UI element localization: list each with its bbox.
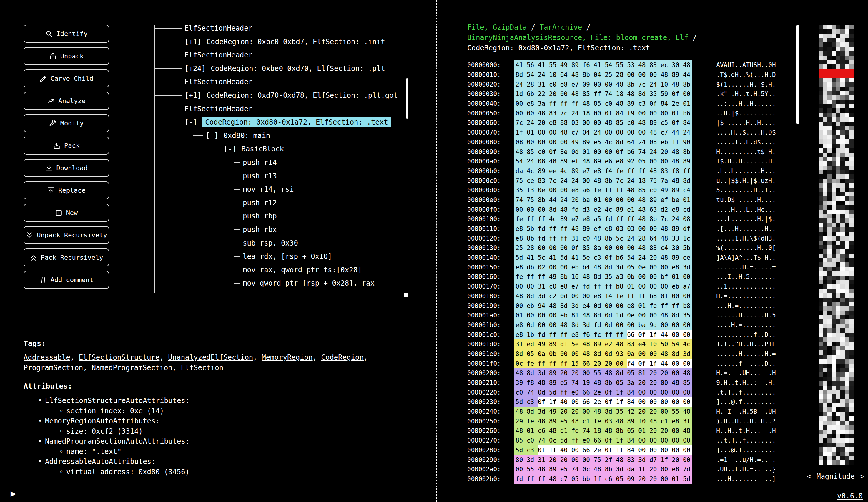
tag-link[interactable]: ElfSectionStructure bbox=[79, 353, 160, 362]
tree-node-label[interactable]: lea rdx, [rsp + 0x10] bbox=[243, 252, 332, 261]
hex-row[interactable]: 00000240:48 8d 3d 49 20 20 00 48 8d 35 4… bbox=[467, 407, 776, 416]
hex-row[interactable]: 00000130:25 28 00 00 00 0f 85 8a 00 00 0… bbox=[467, 243, 776, 253]
hex-byte-run[interactable]: f4 0f 1f 44 00 00 bbox=[627, 359, 692, 368]
hex-row[interactable]: 00000180:48 8d 3d c2 0d 00 00 e8 14 fe f… bbox=[467, 291, 776, 301]
hex-row[interactable]: 00000260:48 01 c6 48 d1 fe 74 18 48 8b 0… bbox=[467, 426, 776, 436]
hex-row[interactable]: 00000110:e8 5b fd ff ff 48 89 ef e8 03 0… bbox=[467, 224, 776, 234]
hex-row[interactable]: 00000010:8d 54 24 10 64 48 8b 04 25 28 0… bbox=[467, 70, 776, 80]
expand-toggle[interactable]: [+24] bbox=[185, 64, 206, 73]
hex-row[interactable]: 000000c0:75 ce 83 7c 24 24 00 48 8b 7c 2… bbox=[467, 176, 776, 185]
tree-node-label[interactable]: mov r14, rsi bbox=[243, 185, 294, 193]
tree-node[interactable]: push r12 bbox=[243, 196, 277, 210]
hex-byte-run[interactable]: 1f 01 00 00 48 c7 04 24 00 00 00 00 48 c… bbox=[514, 128, 692, 138]
expand-toggle[interactable]: [+1] bbox=[185, 91, 202, 100]
hex-byte-run[interactable]: 00 00 00 8d 48 fd d3 e2 4c 89 e1 48 63 d… bbox=[514, 205, 692, 214]
hex-byte-run[interactable]: 48 8d 3d 89 20 20 00 55 48 8d 05 81 20 2… bbox=[514, 368, 692, 378]
tree-node-label[interactable]: 0xd80: main bbox=[223, 132, 270, 140]
expand-toggle[interactable]: [+1] bbox=[185, 38, 202, 46]
new-button[interactable]: New bbox=[23, 204, 109, 222]
add-comment-button[interactable]: Add comment bbox=[23, 271, 109, 289]
tree-node[interactable]: ElfSectionHeader bbox=[185, 102, 252, 116]
hex-row[interactable]: 00000210:39 f8 48 89 e5 74 19 48 8b 05 3… bbox=[467, 378, 776, 388]
hex-byte-run[interactable]: 24 28 31 c0 e8 e7 09 00 00 48 8b 7c 24 1… bbox=[514, 80, 692, 89]
tree-node[interactable]: lea rdx, [rsp + 0x10] bbox=[243, 250, 332, 263]
hex-byte-run[interactable]: 8d 05 0a 0b 00 00 48 8d 0d 93 0a 00 00 4… bbox=[514, 349, 692, 359]
hex-row[interactable]: 000002b0:fd ff ff 48 c7 05 bb 1f c6 05 0… bbox=[467, 474, 776, 484]
tag-link[interactable]: ProgramSection bbox=[23, 364, 83, 372]
download-button[interactable]: Download bbox=[23, 159, 109, 177]
tree-node-label[interactable]: CodeRegion: 0xbc0-0xbd7, ElfSection: .in… bbox=[207, 38, 385, 46]
tree-scrollbar[interactable] bbox=[406, 78, 409, 119]
tree-node-label[interactable]: mov qword ptr [rsp + 0x28], rax bbox=[243, 279, 374, 287]
hex-byte-run[interactable]: 5d c3 bbox=[514, 397, 538, 407]
magnitude-strip[interactable] bbox=[818, 25, 854, 465]
tree-node[interactable]: ElfSectionHeader bbox=[185, 48, 252, 62]
hex-row[interactable]: 000000a0:54 24 08 48 89 ef 48 89 e6 e8 9… bbox=[467, 157, 776, 166]
hex-row[interactable]: 00000230:5d c3 0f 1f 40 00 66 2e 0f 1f 8… bbox=[467, 397, 776, 407]
hex-row[interactable]: 000001d0:31 ed 49 89 d1 5e 48 89 e2 48 8… bbox=[467, 340, 776, 349]
replace-button[interactable]: Replace bbox=[23, 181, 109, 199]
tag-link[interactable]: NamedProgramSection bbox=[92, 364, 173, 372]
hex-row[interactable]: 00000140:5d 41 5c 41 5d 41 5e c3 0f b6 5… bbox=[467, 253, 776, 263]
tree-node-label[interactable]: ElfSectionHeader bbox=[185, 105, 252, 113]
analyze-button[interactable]: Analyze bbox=[23, 92, 109, 110]
hex-byte-run[interactable]: 29 fe 48 89 e5 48 c1 fe 03 48 89 f0 48 c… bbox=[514, 416, 692, 426]
hex-row[interactable]: 000001f0:0c fe ff ff ff 15 66 20 20 00 f… bbox=[467, 359, 776, 368]
pack-button[interactable]: Pack bbox=[23, 137, 109, 154]
tag-link[interactable]: ElfSection bbox=[181, 364, 224, 372]
tree-node-label[interactable]: ElfSectionHeader bbox=[185, 24, 252, 32]
tree-node[interactable]: ElfSectionHeader bbox=[185, 75, 252, 89]
hex-byte-run[interactable]: 48 85 c0 0f 8e 0d 01 00 00 0f b6 74 24 2… bbox=[514, 147, 692, 157]
tree-node[interactable]: [-]CodeRegion: 0xd80-0x1a72, ElfSection:… bbox=[185, 116, 391, 129]
hex-row[interactable]: 00000250:29 fe 48 89 e5 48 c1 fe 03 48 8… bbox=[467, 416, 776, 426]
tree-node-label[interactable]: sub rsp, 0x30 bbox=[243, 239, 298, 247]
tree-node-label[interactable]: push rbp bbox=[243, 212, 277, 220]
hex-byte-run[interactable]: 0f 1f 40 00 66 2e 0f 1f 84 00 00 00 00 0… bbox=[538, 397, 692, 407]
hex-byte-run[interactable]: 48 8d 3d 49 20 20 00 48 8d 35 42 20 20 0… bbox=[514, 407, 692, 416]
tree-node[interactable]: [+1]CodeRegion: 0xbc0-0xbd7, ElfSection:… bbox=[185, 35, 385, 49]
hex-byte-run[interactable]: 35 f3 0e 00 00 e8 a6 fe ff ff 48 85 c0 4… bbox=[514, 185, 692, 195]
hex-row[interactable]: 00000100:fe ff ff 4c 89 e7 e8 a5 fd ff f… bbox=[467, 214, 776, 224]
hex-row[interactable]: 00000150:e8 db 02 00 00 eb b4 48 8d 3d 0… bbox=[467, 262, 776, 272]
hex-row[interactable]: 00000190:00 eb 94 48 8d 3d e4 0d 00 00 e… bbox=[467, 301, 776, 311]
hex-byte-run[interactable]: fd ff ff 48 c7 05 bb 1f c6 05 09 20 20 0… bbox=[514, 474, 692, 484]
tree-node-label[interactable]: push r12 bbox=[243, 199, 277, 207]
hex-byte-run[interactable]: da 4c 89 ee 4c 89 e7 e8 f4 fe ff ff 48 8… bbox=[514, 166, 692, 176]
tree-node[interactable]: [+24]CodeRegion: 0xbe0-0xd70, ElfSection… bbox=[185, 62, 385, 76]
hex-byte-run[interactable]: 25 28 00 00 00 0f 85 8a 00 00 00 48 83 c… bbox=[514, 243, 692, 253]
hex-byte-run[interactable]: 8d 54 24 10 64 48 8b 04 25 28 00 00 00 4… bbox=[514, 70, 692, 80]
hex-byte-run[interactable]: 66 0f 1f 44 00 00 bbox=[627, 330, 692, 340]
tree-node[interactable]: mov qword ptr [rsp + 0x28], rax bbox=[243, 277, 374, 290]
hex-byte-run[interactable]: 75 ce 83 7c 24 24 00 48 8b 7c 24 18 75 7… bbox=[514, 176, 692, 185]
tree-node-label[interactable]: mov rax, qword ptr fs:[0x28] bbox=[243, 266, 362, 274]
hex-byte-run[interactable]: e8 0d 00 00 48 8d 3d fd 0d 00 00 ba 9d 0… bbox=[514, 320, 692, 330]
tree-node[interactable]: sub rsp, 0x30 bbox=[243, 237, 298, 250]
hex-row[interactable]: 000002a0:00 55 48 89 e5 74 0c 48 8b 3d d… bbox=[467, 465, 776, 474]
hex-row[interactable]: 00000120:e8 8b fd ff ff 31 c0 48 8b 5c 2… bbox=[467, 233, 776, 243]
hex-byte-run[interactable]: 39 f8 48 89 e5 74 19 48 8b 05 3a 20 20 0… bbox=[514, 378, 692, 388]
hex-byte-run[interactable]: 00 00 31 c0 e8 e7 fd ff ff b8 01 00 00 0… bbox=[514, 282, 692, 291]
hex-row[interactable]: 00000040:00 e8 3a ff ff ff 48 85 c0 48 8… bbox=[467, 99, 776, 109]
hex-row[interactable]: 000001b0:e8 0d 00 00 48 8d 3d fd 0d 00 0… bbox=[467, 320, 776, 330]
collapse-toggle[interactable]: [-] bbox=[185, 118, 197, 126]
hex-row[interactable]: 00000060:7c 24 20 e8 88 03 00 00 48 85 c… bbox=[467, 118, 776, 128]
hex-byte-run[interactable]: 00 55 48 89 e5 74 0c 48 8b 3d da 1f 20 0… bbox=[514, 465, 692, 474]
hex-row[interactable]: 00000070:1f 01 00 00 48 c7 04 24 00 00 0… bbox=[467, 128, 776, 138]
hex-byte-run[interactable]: 0c fe ff ff ff 15 66 20 20 00 bbox=[514, 359, 627, 368]
hex-byte-run[interactable]: fe ff ff 49 8b 16 48 8d 35 a3 0b 00 00 b… bbox=[514, 272, 692, 282]
hex-byte-run[interactable]: c0 74 0d 5d ff e0 66 2e 0f 1f 84 00 00 0… bbox=[514, 388, 692, 397]
hex-row[interactable]: 00000050:00 00 48 83 7c 24 18 00 0f 84 f… bbox=[467, 108, 776, 118]
tree-resize-handle[interactable] bbox=[404, 293, 409, 297]
hex-byte-run[interactable]: 54 24 08 48 89 ef 48 89 e6 e8 92 05 00 0… bbox=[514, 157, 692, 166]
hex-row[interactable]: 00000200:48 8d 3d 89 20 20 00 55 48 8d 0… bbox=[467, 368, 776, 378]
tree-node-label[interactable]: CodeRegion: 0xbe0-0xd70, ElfSection: .pl… bbox=[211, 64, 385, 73]
tree-node-label[interactable]: BasicBlock bbox=[241, 145, 284, 153]
hex-byte-run[interactable]: e8 1b fd ff ff e8 f6 fc ff ff bbox=[514, 330, 627, 340]
tree-node[interactable]: [+1]CodeRegion: 0xd70-0xd78, ElfSection:… bbox=[185, 89, 398, 102]
unpack-recursively-button[interactable]: Unpack Recursively bbox=[23, 226, 109, 244]
hex-byte-run[interactable]: 00 e8 3a ff ff ff 48 85 c0 48 89 c3 0f 8… bbox=[514, 99, 692, 109]
hex-row[interactable]: 00000170:00 00 31 c0 e8 e7 fd ff ff b8 0… bbox=[467, 282, 776, 291]
hex-byte-run[interactable]: 00 00 48 83 7c 24 18 00 0f 84 f9 00 00 0… bbox=[514, 108, 692, 118]
tag-link[interactable]: MemoryRegion bbox=[261, 353, 312, 362]
tree-node[interactable]: push r13 bbox=[243, 169, 277, 183]
